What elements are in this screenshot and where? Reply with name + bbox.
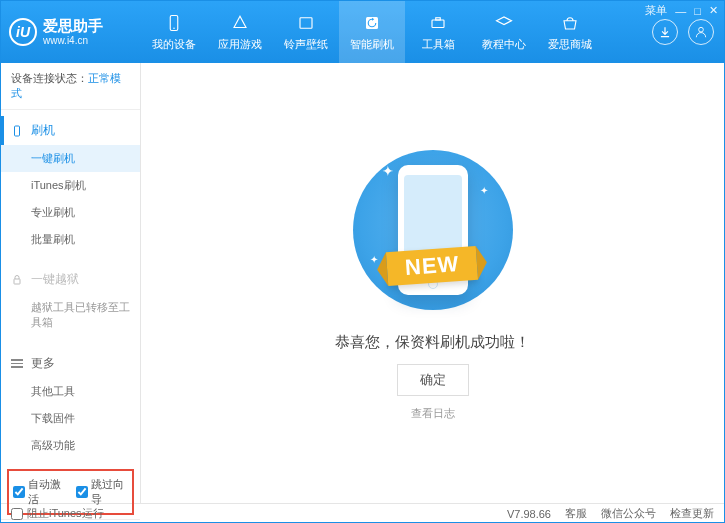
version-label: V7.98.66 bbox=[507, 508, 551, 520]
nav-tutorials[interactable]: 教程中心 bbox=[471, 1, 537, 63]
phone-icon bbox=[164, 13, 184, 33]
phone-small-icon bbox=[11, 124, 25, 138]
sidebar-item-pro-flash[interactable]: 专业刷机 bbox=[1, 199, 140, 226]
nav-ringtone-wallpaper[interactable]: 铃声壁纸 bbox=[273, 1, 339, 63]
sidebar-item-download-firmware[interactable]: 下载固件 bbox=[1, 405, 140, 432]
graduation-icon bbox=[494, 13, 514, 33]
menu-icon[interactable]: 菜单 bbox=[645, 3, 667, 18]
download-button[interactable] bbox=[652, 19, 678, 45]
ok-button[interactable]: 确定 bbox=[397, 364, 469, 396]
nav-toolbox[interactable]: 工具箱 bbox=[405, 1, 471, 63]
user-button[interactable] bbox=[688, 19, 714, 45]
nav-smart-flash[interactable]: 智能刷机 bbox=[339, 1, 405, 63]
success-message: 恭喜您，保资料刷机成功啦！ bbox=[335, 333, 530, 352]
store-icon bbox=[560, 13, 580, 33]
connection-status: 设备连接状态：正常模式 bbox=[1, 63, 140, 110]
nav-apps-games[interactable]: 应用游戏 bbox=[207, 1, 273, 63]
maximize-icon[interactable]: □ bbox=[694, 5, 701, 17]
hamburger-icon bbox=[11, 356, 25, 370]
sidebar: 设备连接状态：正常模式 刷机 一键刷机 iTunes刷机 专业刷机 批量刷机 一… bbox=[1, 63, 141, 503]
top-nav: 我的设备 应用游戏 铃声壁纸 智能刷机 工具箱 教程中心 爱思商城 bbox=[141, 1, 652, 63]
refresh-icon bbox=[362, 13, 382, 33]
svg-point-1 bbox=[173, 27, 175, 29]
check-update-link[interactable]: 检查更新 bbox=[670, 506, 714, 521]
svg-rect-2 bbox=[300, 17, 312, 28]
svg-rect-8 bbox=[14, 279, 20, 284]
main-content: ✦ ✦ ✦ NEW 恭喜您，保资料刷机成功啦！ 确定 查看日志 bbox=[141, 63, 724, 503]
minimize-icon[interactable]: — bbox=[675, 5, 686, 17]
svg-rect-7 bbox=[15, 126, 20, 136]
apps-icon bbox=[230, 13, 250, 33]
app-logo: iU 爱思助手 www.i4.cn bbox=[1, 1, 141, 63]
sidebar-jailbreak-head: 一键越狱 bbox=[1, 265, 140, 294]
logo-icon: iU bbox=[9, 18, 37, 46]
sidebar-item-other-tools[interactable]: 其他工具 bbox=[1, 378, 140, 405]
new-ribbon: NEW bbox=[386, 246, 478, 286]
sidebar-item-onekey-flash[interactable]: 一键刷机 bbox=[1, 145, 140, 172]
sidebar-flash-head[interactable]: 刷机 bbox=[1, 116, 140, 145]
jailbreak-note: 越狱工具已转移至工具箱 bbox=[1, 294, 140, 337]
svg-point-6 bbox=[699, 27, 704, 32]
wechat-link[interactable]: 微信公众号 bbox=[601, 506, 656, 521]
checkbox-skip-guide[interactable]: 跳过向导 bbox=[76, 477, 129, 507]
svg-rect-4 bbox=[432, 20, 444, 28]
sidebar-item-batch-flash[interactable]: 批量刷机 bbox=[1, 226, 140, 253]
app-name: 爱思助手 bbox=[43, 17, 103, 35]
sidebar-item-itunes-flash[interactable]: iTunes刷机 bbox=[1, 172, 140, 199]
sidebar-more-head[interactable]: 更多 bbox=[1, 349, 140, 378]
svg-rect-5 bbox=[436, 17, 441, 19]
nav-my-device[interactable]: 我的设备 bbox=[141, 1, 207, 63]
wallpaper-icon bbox=[296, 13, 316, 33]
app-header: 菜单 — □ ✕ iU 爱思助手 www.i4.cn 我的设备 应用游戏 铃声壁… bbox=[1, 1, 724, 63]
success-illustration: ✦ ✦ ✦ NEW bbox=[348, 145, 518, 315]
lock-icon bbox=[11, 273, 25, 287]
window-controls: 菜单 — □ ✕ bbox=[645, 3, 718, 18]
customer-service-link[interactable]: 客服 bbox=[565, 506, 587, 521]
sidebar-item-advanced[interactable]: 高级功能 bbox=[1, 432, 140, 459]
app-url: www.i4.cn bbox=[43, 35, 103, 47]
checkbox-block-itunes[interactable]: 阻止iTunes运行 bbox=[11, 506, 104, 521]
view-log-link[interactable]: 查看日志 bbox=[411, 406, 455, 421]
checkbox-auto-activate[interactable]: 自动激活 bbox=[13, 477, 66, 507]
nav-store[interactable]: 爱思商城 bbox=[537, 1, 603, 63]
toolbox-icon bbox=[428, 13, 448, 33]
close-icon[interactable]: ✕ bbox=[709, 4, 718, 17]
